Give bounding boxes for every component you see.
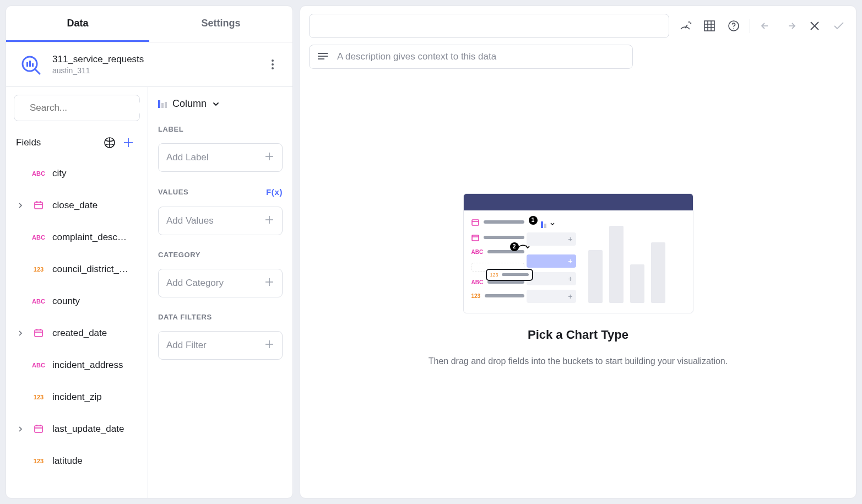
tab-data[interactable]: Data xyxy=(6,6,149,42)
svg-rect-20 xyxy=(35,426,42,432)
search-input[interactable] xyxy=(14,95,140,121)
fields-header-label: Fields xyxy=(16,137,100,148)
add-field-button[interactable] xyxy=(119,133,138,152)
field-name: complaint_desc… xyxy=(52,232,138,243)
field-name: latitude xyxy=(52,456,138,467)
datasource-title: 311_service_requests xyxy=(52,54,255,65)
datasource-subtitle: austin_311 xyxy=(52,66,255,75)
svg-rect-4 xyxy=(32,63,34,67)
plus-icon xyxy=(264,215,274,227)
svg-point-5 xyxy=(272,59,274,62)
values-dropzone[interactable]: Add Values xyxy=(158,207,283,235)
field-item[interactable]: created_date xyxy=(14,317,140,349)
field-name: created_date xyxy=(52,328,138,339)
svg-point-6 xyxy=(272,63,274,66)
label-dropzone[interactable]: Add Label xyxy=(158,143,283,172)
svg-rect-49 xyxy=(472,235,479,241)
search-field[interactable] xyxy=(30,102,147,113)
svg-point-34 xyxy=(691,23,691,24)
right-panel: A description gives context to this data… xyxy=(300,6,856,498)
empty-state-title: Pick a Chart Type xyxy=(528,328,628,342)
description-input[interactable]: A description gives context to this data xyxy=(309,45,633,69)
svg-rect-2 xyxy=(26,62,28,67)
expand-icon[interactable] xyxy=(16,203,25,208)
svg-rect-3 xyxy=(29,61,31,67)
label-section-header: LABEL xyxy=(158,125,283,133)
type-badge-123: 123 xyxy=(30,458,47,464)
filters-dropzone[interactable]: Add Filter xyxy=(158,331,283,360)
confirm-button[interactable] xyxy=(831,18,847,34)
type-badge-123: 123 xyxy=(30,394,47,400)
field-name: close_date xyxy=(52,200,138,211)
field-item[interactable]: ABCincident_address xyxy=(14,349,140,381)
field-name: last_update_date xyxy=(52,424,138,435)
chart-type-selector[interactable]: Column xyxy=(158,98,283,110)
datasource-menu-button[interactable] xyxy=(265,59,280,69)
svg-point-33 xyxy=(689,22,690,23)
svg-point-41 xyxy=(733,28,734,29)
field-item[interactable]: ABCcity xyxy=(14,158,140,189)
undo-button[interactable] xyxy=(758,18,774,34)
field-item[interactable]: last_update_date xyxy=(14,413,140,445)
category-section-header: CATEGORY xyxy=(158,251,283,259)
date-icon xyxy=(30,200,47,211)
tab-settings[interactable]: Settings xyxy=(149,6,292,42)
field-item[interactable]: ABCcomplaint_desc… xyxy=(14,221,140,253)
field-list: ABCcityclose_dateABCcomplaint_desc…123co… xyxy=(14,158,140,498)
datasource-icon xyxy=(18,52,42,77)
field-item[interactable]: 123latitude xyxy=(14,445,140,477)
field-name: city xyxy=(52,168,138,179)
column-chart-icon xyxy=(158,100,167,108)
paragraph-icon xyxy=(317,52,328,61)
plus-icon xyxy=(264,151,274,164)
type-badge-abc: ABC xyxy=(30,234,47,241)
toolbar-divider xyxy=(750,19,750,33)
grid-icon[interactable] xyxy=(701,18,718,34)
fields-column: Fields ABCcityclose_dateABCcomplaint_des… xyxy=(6,87,148,498)
ai-suggest-button[interactable] xyxy=(100,133,119,152)
svg-rect-35 xyxy=(704,21,714,31)
filters-section-header: DATA FILTERS xyxy=(158,313,283,321)
date-icon xyxy=(30,424,47,435)
plus-icon xyxy=(264,339,274,352)
empty-state-illustration: ABC ABC 123 1 + 2 + xyxy=(463,193,693,313)
field-name: county xyxy=(52,296,138,307)
category-dropzone[interactable]: Add Category xyxy=(158,269,283,297)
field-item[interactable]: 123incident_zip xyxy=(14,381,140,413)
field-name: council_district_… xyxy=(52,264,138,275)
field-item[interactable]: ABCcounty xyxy=(14,285,140,317)
help-icon[interactable] xyxy=(725,18,742,34)
tabs: Data Settings xyxy=(6,6,292,42)
field-item[interactable]: close_date xyxy=(14,189,140,221)
close-button[interactable] xyxy=(806,18,823,34)
svg-rect-12 xyxy=(35,202,42,209)
chart-canvas: ABC ABC 123 1 + 2 + xyxy=(309,69,847,490)
svg-rect-47 xyxy=(472,220,479,225)
redo-button[interactable] xyxy=(782,18,799,34)
values-section-header: VALUES F(x) xyxy=(158,187,283,197)
svg-point-7 xyxy=(272,67,274,69)
top-toolbar xyxy=(309,14,847,38)
type-badge-abc: ABC xyxy=(30,298,47,305)
expand-icon[interactable] xyxy=(16,330,25,336)
chart-type-label: Column xyxy=(172,98,207,110)
svg-line-1 xyxy=(35,69,40,74)
plus-icon xyxy=(264,277,274,290)
expand-icon[interactable] xyxy=(16,426,25,432)
field-name: incident_zip xyxy=(52,392,138,403)
field-name: incident_address xyxy=(52,360,138,371)
left-panel: Data Settings 311_service_requests austi… xyxy=(6,6,293,498)
speed-icon[interactable] xyxy=(677,18,693,34)
chevron-down-icon xyxy=(212,100,220,108)
type-badge-abc: ABC xyxy=(30,362,47,368)
type-badge-abc: ABC xyxy=(30,170,47,177)
field-item[interactable]: 123council_district_… xyxy=(14,253,140,285)
svg-rect-16 xyxy=(35,330,42,337)
chart-title-input[interactable] xyxy=(309,14,669,38)
fx-button[interactable]: F(x) xyxy=(266,187,283,197)
type-badge-123: 123 xyxy=(30,266,47,273)
empty-state-subtitle: Then drag and drop fields into the bucke… xyxy=(429,356,728,366)
config-column: Column LABEL Add Label VALUES F(x) Add V… xyxy=(148,87,292,498)
date-icon xyxy=(30,328,47,339)
datasource-row: 311_service_requests austin_311 xyxy=(6,42,292,87)
